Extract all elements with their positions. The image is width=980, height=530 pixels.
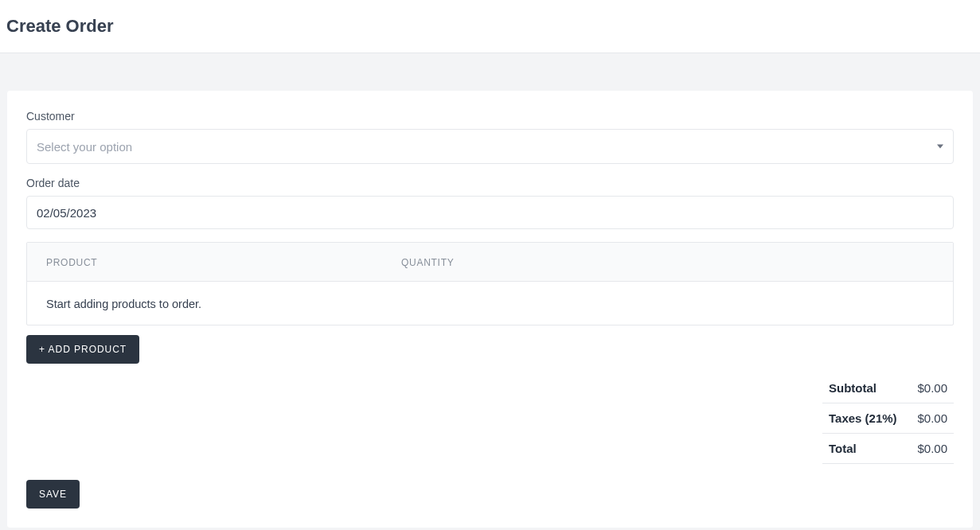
products-table-empty: Start adding products to order. bbox=[27, 282, 953, 325]
column-header-product: PRODUCT bbox=[46, 257, 401, 268]
page-content: Customer Select your option Order date P… bbox=[0, 53, 980, 530]
chevron-down-icon bbox=[937, 145, 943, 149]
total-label: Total bbox=[822, 434, 908, 464]
order-date-label: Order date bbox=[26, 177, 954, 189]
total-value: $0.00 bbox=[908, 434, 954, 464]
order-date-input[interactable] bbox=[26, 196, 954, 229]
order-totals: Subtotal $0.00 Taxes (21%) $0.00 Total $… bbox=[26, 373, 954, 464]
products-table-header: PRODUCT QUANTITY bbox=[27, 243, 953, 282]
totals-table: Subtotal $0.00 Taxes (21%) $0.00 Total $… bbox=[822, 373, 954, 464]
customer-label: Customer bbox=[26, 110, 954, 123]
taxes-label: Taxes (21%) bbox=[822, 403, 908, 434]
column-header-quantity: QUANTITY bbox=[401, 257, 934, 268]
subtotal-label: Subtotal bbox=[822, 373, 908, 403]
customer-field: Customer Select your option bbox=[26, 110, 954, 164]
page-title: Create Order bbox=[6, 16, 974, 37]
customer-select-placeholder: Select your option bbox=[37, 140, 132, 154]
products-table: PRODUCT QUANTITY Start adding products t… bbox=[26, 242, 954, 325]
subtotal-value: $0.00 bbox=[908, 373, 954, 403]
total-row: Total $0.00 bbox=[822, 434, 954, 464]
customer-select[interactable]: Select your option bbox=[26, 129, 954, 164]
order-form-card: Customer Select your option Order date P… bbox=[6, 90, 974, 528]
page-header: Create Order bbox=[0, 0, 980, 53]
save-button[interactable]: SAVE bbox=[26, 480, 80, 509]
order-date-field: Order date bbox=[26, 177, 954, 229]
add-product-button[interactable]: + ADD PRODUCT bbox=[26, 335, 139, 364]
subtotal-row: Subtotal $0.00 bbox=[822, 373, 954, 403]
taxes-row: Taxes (21%) $0.00 bbox=[822, 403, 954, 434]
taxes-value: $0.00 bbox=[908, 403, 954, 434]
